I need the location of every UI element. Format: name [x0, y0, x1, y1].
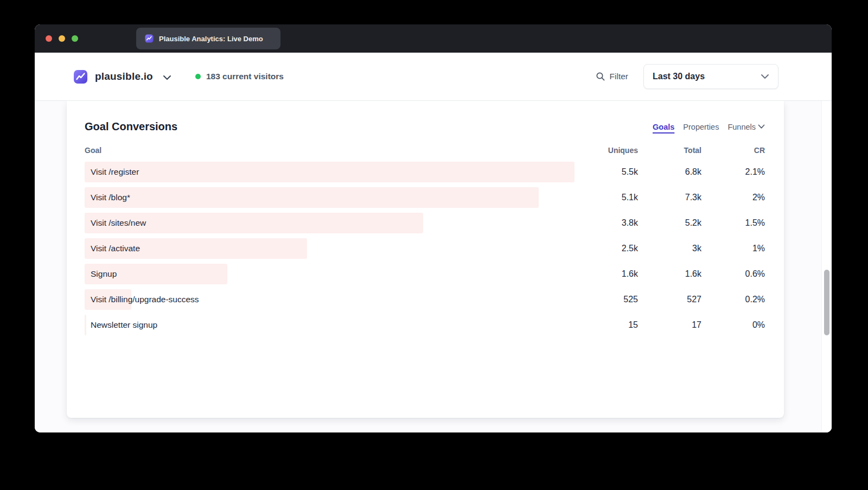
goal-label[interactable]: Signup — [91, 269, 117, 279]
uniques-value: 3.8k — [575, 218, 638, 228]
table-row: Signup 1.6k 1.6k 0.6% — [85, 264, 765, 284]
current-visitors-label: 183 current visitors — [206, 72, 284, 81]
goal-rows: Visit /register 5.5k 6.8k 2.1% Visit /bl… — [85, 162, 765, 335]
cr-column-header: CR — [701, 146, 765, 155]
goal-label[interactable]: Newsletter signup — [91, 320, 157, 330]
cr-value: 1.5% — [701, 218, 765, 228]
minimize-window-button[interactable] — [59, 35, 65, 42]
total-value: 1.6k — [638, 269, 701, 279]
search-icon — [596, 72, 605, 81]
goal-bar-cell: Visit /sites/new — [85, 213, 575, 233]
goal-bar — [85, 187, 539, 208]
goal-label[interactable]: Visit /activate — [91, 244, 140, 253]
total-column-header: Total — [638, 146, 701, 155]
cr-value: 0% — [701, 320, 765, 330]
goal-bar — [85, 162, 575, 182]
plausible-logo-icon — [73, 69, 88, 84]
total-value: 7.3k — [638, 193, 701, 202]
date-range-picker[interactable]: Last 30 days — [643, 64, 778, 89]
goal-bar — [85, 315, 86, 335]
goal-label[interactable]: Visit /sites/new — [91, 218, 146, 228]
browser-tab-title: Plausible Analytics: Live Demo — [159, 35, 263, 43]
goal-label[interactable]: Visit /register — [91, 167, 139, 177]
cr-value: 1% — [701, 244, 765, 253]
panel-title: Goal Conversions — [85, 120, 177, 133]
current-visitors[interactable]: 183 current visitors — [195, 72, 284, 81]
uniques-value: 1.6k — [575, 269, 638, 279]
goal-conversions-panel: Goal Conversions Goals Properties Funnel… — [67, 101, 784, 418]
cr-value: 2% — [701, 193, 765, 202]
browser-tab[interactable]: Plausible Analytics: Live Demo — [136, 28, 280, 49]
goal-bar-cell: Visit /register — [85, 162, 575, 182]
total-value: 17 — [638, 320, 701, 330]
total-value: 3k — [638, 244, 701, 253]
tab-goals[interactable]: Goals — [653, 123, 674, 131]
goal-column-header: Goal — [85, 146, 575, 155]
uniques-value: 525 — [575, 295, 638, 304]
uniques-value: 5.5k — [575, 167, 638, 177]
site-switcher[interactable]: plausible.io — [73, 69, 171, 84]
panel-tabs: Goals Properties Funnels — [653, 123, 765, 131]
traffic-lights — [35, 35, 78, 42]
table-row: Visit /register 5.5k 6.8k 2.1% — [85, 162, 765, 182]
chevron-down-icon — [761, 74, 769, 79]
tab-funnels-label: Funnels — [727, 123, 756, 131]
panel-header: Goal Conversions Goals Properties Funnel… — [85, 120, 765, 133]
goal-label[interactable]: Visit /blog* — [91, 193, 130, 202]
goal-label[interactable]: Visit /billing/upgrade-success — [91, 295, 199, 304]
uniques-value: 5.1k — [575, 193, 638, 202]
browser-window: Plausible Analytics: Live Demo plausible… — [35, 24, 832, 432]
goal-bar-cell: Visit /blog* — [85, 187, 575, 208]
table-row: Visit /sites/new 3.8k 5.2k 1.5% — [85, 213, 765, 233]
total-value: 527 — [638, 295, 701, 304]
chevron-down-icon — [163, 75, 171, 80]
table-row: Newsletter signup 15 17 0% — [85, 315, 765, 335]
goal-bar-cell: Visit /billing/upgrade-success — [85, 289, 575, 310]
filter-label: Filter — [610, 72, 628, 81]
total-value: 5.2k — [638, 218, 701, 228]
uniques-column-header: Uniques — [575, 146, 638, 155]
goal-bar-cell: Visit /activate — [85, 238, 575, 259]
tab-funnels[interactable]: Funnels — [727, 123, 765, 131]
browser-titlebar: Plausible Analytics: Live Demo — [35, 24, 832, 53]
live-dot-icon — [195, 74, 201, 79]
table-row: Visit /billing/upgrade-success 525 527 0… — [85, 289, 765, 310]
cr-value: 2.1% — [701, 167, 765, 177]
scrollbar-track[interactable] — [821, 101, 832, 432]
site-name: plausible.io — [95, 71, 153, 82]
uniques-value: 2.5k — [575, 244, 638, 253]
zoom-window-button[interactable] — [72, 35, 78, 42]
table-row: Visit /activate 2.5k 3k 1% — [85, 238, 765, 259]
total-value: 6.8k — [638, 167, 701, 177]
cr-value: 0.6% — [701, 269, 765, 279]
date-range-label: Last 30 days — [653, 72, 705, 81]
table-row: Visit /blog* 5.1k 7.3k 2% — [85, 187, 765, 208]
filter-button[interactable]: Filter — [596, 72, 628, 81]
goal-bar-cell: Signup — [85, 264, 575, 284]
chevron-down-icon — [758, 124, 765, 129]
uniques-value: 15 — [575, 320, 638, 330]
tab-properties[interactable]: Properties — [683, 123, 719, 131]
app-header: plausible.io 183 current visitors Filter… — [35, 53, 832, 101]
goal-bar-cell: Newsletter signup — [85, 315, 575, 335]
table-header: Goal Uniques Total CR — [85, 146, 765, 155]
page-content: Goal Conversions Goals Properties Funnel… — [35, 101, 832, 432]
cr-value: 0.2% — [701, 295, 765, 304]
close-window-button[interactable] — [46, 35, 52, 42]
scrollbar-thumb[interactable] — [824, 270, 829, 335]
plausible-favicon-icon — [145, 34, 154, 43]
